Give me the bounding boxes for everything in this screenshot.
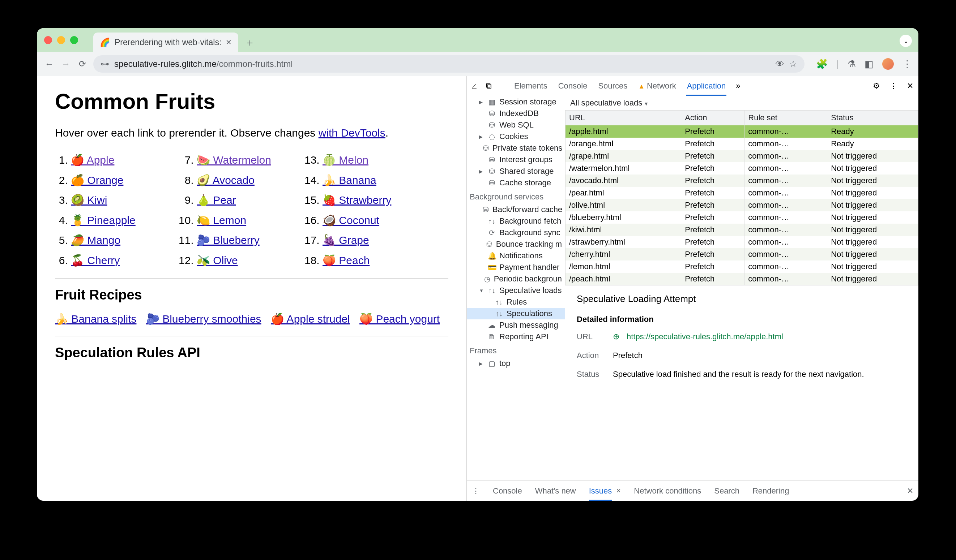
devtools-link[interactable]: with DevTools <box>319 127 385 139</box>
detail-url[interactable]: https://speculative-rules.glitch.me/appl… <box>627 332 783 341</box>
sidebar-item[interactable]: ⛁IndexedDB <box>467 108 565 119</box>
reload-button[interactable]: ⟳ <box>77 58 88 70</box>
fruit-link[interactable]: 🍐 Pear <box>197 194 236 206</box>
settings-gear-icon[interactable]: ⚙ <box>873 81 880 91</box>
recipe-link[interactable]: 🍎 Apple strudel <box>271 313 350 325</box>
drawer-whatsnew[interactable]: What's new <box>535 486 576 496</box>
table-row[interactable]: /grape.htmlPrefetchcommon-…Not triggered <box>566 150 918 162</box>
back-button[interactable]: ← <box>43 58 55 70</box>
fruit-link[interactable]: 🍑 Peach <box>322 254 370 266</box>
maximize-window-button[interactable] <box>70 36 78 44</box>
profile-avatar[interactable] <box>882 58 894 70</box>
fruit-link[interactable]: 🫐 Blueberry <box>197 234 259 246</box>
fruit-link[interactable]: 🫒 Olive <box>197 254 238 266</box>
drawer-search[interactable]: Search <box>714 486 739 496</box>
fruit-link[interactable]: 🍉 Watermelon <box>197 154 271 166</box>
url-bar[interactable]: ⊶ speculative-rules.glitch.me/common-fru… <box>93 55 805 73</box>
table-row[interactable]: /pear.htmlPrefetchcommon-…Not triggered <box>566 187 918 199</box>
drawer-issues-close-icon[interactable]: ✕ <box>616 487 621 494</box>
fruit-link[interactable]: 🍋 Lemon <box>197 214 246 226</box>
table-row[interactable]: /peach.htmlPrefetchcommon-…Not triggered <box>566 273 918 285</box>
close-window-button[interactable] <box>44 36 52 44</box>
forward-button[interactable]: → <box>60 58 72 70</box>
minimize-window-button[interactable] <box>57 36 65 44</box>
extensions-icon[interactable]: 🧩 <box>816 58 828 70</box>
table-row[interactable]: /olive.htmlPrefetchcommon-…Not triggered <box>566 199 918 211</box>
fruit-link[interactable]: 🥭 Mango <box>71 234 120 246</box>
close-devtools-icon[interactable]: ✕ <box>907 81 914 91</box>
fruit-link[interactable]: 🍌 Banana <box>322 174 376 186</box>
sidebar-item[interactable]: ▶▢top <box>467 358 565 369</box>
tab-sources[interactable]: Sources <box>598 76 628 96</box>
fruit-link[interactable]: 🍇 Grape <box>322 234 369 246</box>
drawer-console[interactable]: Console <box>493 486 522 496</box>
sidebar-item[interactable]: ↑↓Background fetch <box>467 215 565 227</box>
table-header[interactable]: URL <box>566 111 681 125</box>
table-row[interactable]: /apple.htmlPrefetchcommon-…Ready <box>566 125 918 138</box>
drawer-issues[interactable]: Issues <box>589 481 612 501</box>
fruit-link[interactable]: 🍈 Melon <box>322 154 368 166</box>
more-tabs-icon[interactable]: » <box>736 81 740 91</box>
fruit-link[interactable]: 🥝 Kiwi <box>71 194 107 206</box>
fruit-link[interactable]: 🍓 Strawberry <box>322 194 391 206</box>
table-header[interactable]: Status <box>827 111 918 125</box>
table-row[interactable]: /avocado.htmlPrefetchcommon-…Not trigger… <box>566 174 918 187</box>
drawer-kebab-icon[interactable]: ⋮ <box>472 486 480 496</box>
table-row[interactable]: /strawberry.htmlPrefetchcommon-…Not trig… <box>566 236 918 248</box>
sidebar-item[interactable]: ⛁Bounce tracking m <box>467 238 565 250</box>
fruit-link[interactable]: 🥥 Coconut <box>322 214 379 226</box>
table-row[interactable]: /watermelon.htmlPrefetchcommon-…Not trig… <box>566 162 918 174</box>
tab-console[interactable]: Console <box>558 76 588 96</box>
labs-icon[interactable]: ⚗ <box>848 58 856 70</box>
inspect-icon[interactable]: ⟀ <box>472 81 476 91</box>
close-tab-icon[interactable]: ✕ <box>226 38 232 47</box>
table-row[interactable]: /kiwi.htmlPrefetchcommon-…Not triggered <box>566 224 918 236</box>
privacy-eye-icon[interactable]: 👁 <box>775 59 784 69</box>
tab-network[interactable]: Network <box>637 76 677 96</box>
device-toolbar-icon[interactable]: ⧉ <box>486 81 492 91</box>
speculation-filter[interactable]: All speculative loads <box>565 96 918 110</box>
sidebar-item[interactable]: ⛁Interest groups <box>467 154 565 165</box>
fruit-link[interactable]: 🍎 Apple <box>71 154 114 166</box>
sidebar-item[interactable]: 🗎Reporting API <box>467 331 565 342</box>
table-header[interactable]: Action <box>681 111 744 125</box>
drawer-rendering[interactable]: Rendering <box>752 486 789 496</box>
tabs-dropdown-button[interactable]: ⌄ <box>899 35 912 47</box>
devtools-kebab-icon[interactable]: ⋮ <box>890 81 898 91</box>
table-row[interactable]: /blueberry.htmlPrefetchcommon-…Not trigg… <box>566 211 918 224</box>
fruit-link[interactable]: 🍒 Cherry <box>71 254 120 266</box>
recipe-link[interactable]: 🍌 Banana splits <box>55 313 136 325</box>
sidebar-item[interactable]: ☁Push messaging <box>467 319 565 331</box>
drawer-network-conditions[interactable]: Network conditions <box>634 486 701 496</box>
sidebar-item[interactable]: ▶⛁Shared storage <box>467 165 565 177</box>
sidebar-item[interactable]: 💳Payment handler <box>467 262 565 273</box>
sidebar-item[interactable]: ⟳Background sync <box>467 227 565 238</box>
fruit-link[interactable]: 🥑 Avocado <box>197 174 255 186</box>
sidebar-item[interactable]: ↑↓Rules <box>467 296 565 308</box>
sidepanel-icon[interactable]: ◧ <box>865 58 874 70</box>
tab-application[interactable]: Application <box>686 76 727 96</box>
table-row[interactable]: /cherry.htmlPrefetchcommon-…Not triggere… <box>566 248 918 260</box>
table-row[interactable]: /lemon.htmlPrefetchcommon-…Not triggered <box>566 260 918 273</box>
sidebar-item[interactable]: ◷Periodic backgroun <box>467 273 565 285</box>
sidebar-item[interactable]: ⛁Cache storage <box>467 177 565 188</box>
sidebar-item[interactable]: ▼↑↓Speculative loads <box>467 285 565 296</box>
bookmark-star-icon[interactable]: ☆ <box>789 59 797 69</box>
kebab-menu-icon[interactable]: ⋮ <box>903 58 912 70</box>
drawer-close-icon[interactable]: ✕ <box>907 486 914 496</box>
sidebar-item[interactable]: ⛁Back/forward cache <box>467 204 565 215</box>
recipe-link[interactable]: 🍑 Peach yogurt <box>359 313 440 325</box>
table-header[interactable]: Rule set <box>744 111 827 125</box>
sidebar-item[interactable]: ↑↓Speculations <box>467 308 565 319</box>
fruit-link[interactable]: 🍍 Pineapple <box>71 214 135 226</box>
site-info-icon[interactable]: ⊶ <box>101 59 109 69</box>
tab-elements[interactable]: Elements <box>513 76 548 96</box>
browser-tab[interactable]: 🌈 Prerendering with web-vitals: ✕ <box>93 33 238 52</box>
sidebar-item[interactable]: ▶▦Session storage <box>467 96 565 108</box>
sidebar-item[interactable]: ⛁Web SQL <box>467 119 565 131</box>
fruit-link[interactable]: 🍊 Orange <box>71 174 123 186</box>
recipe-link[interactable]: 🫐 Blueberry smoothies <box>146 313 261 325</box>
table-row[interactable]: /orange.htmlPrefetchcommon-…Ready <box>566 138 918 150</box>
sidebar-item[interactable]: ⛁Private state tokens <box>467 142 565 154</box>
sidebar-item[interactable]: ▶◌Cookies <box>467 131 565 142</box>
